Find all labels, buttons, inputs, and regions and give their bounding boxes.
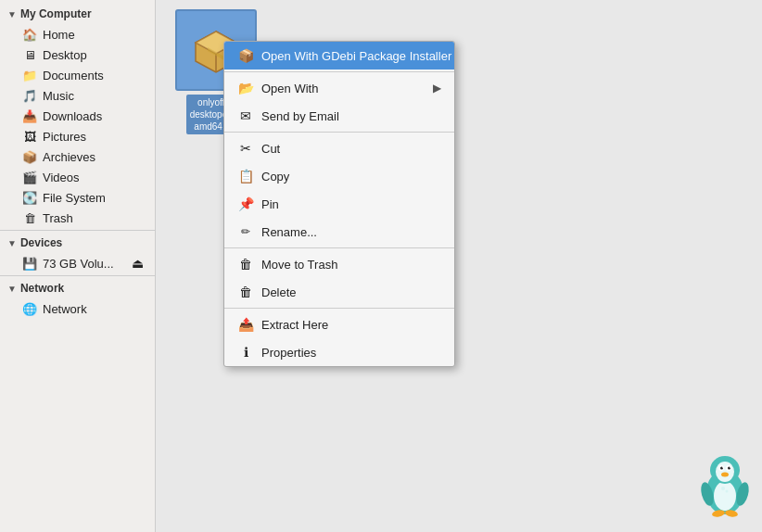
penguin-mascot: [697, 453, 753, 518]
penguin-svg: [697, 453, 753, 518]
ctx-extract-here-label: Extract Here: [261, 318, 328, 332]
mycomputer-label: My Computer: [20, 7, 92, 20]
sidebar-item-home[interactable]: 🏠 Home: [0, 24, 155, 44]
ctx-item-cut[interactable]: ✂ Cut: [224, 134, 454, 162]
sidebar-section-devices[interactable]: ▼ Devices: [0, 233, 155, 253]
svg-point-13: [722, 466, 723, 467]
ctx-item-send-email[interactable]: ✉ Send by Email: [224, 102, 454, 130]
svg-point-20: [721, 487, 725, 490]
sidebar-item-documents[interactable]: 📁 Documents: [0, 65, 155, 85]
ctx-item-open-gdebi[interactable]: 📦 Open With GDebi Package Installer: [224, 42, 454, 70]
sidebar-divider-1: [0, 230, 155, 231]
sidebar-item-desktop-label: Desktop: [43, 48, 87, 62]
pin-icon: 📌: [237, 196, 254, 212]
sidebar-item-pictures[interactable]: 🖼 Pictures: [0, 126, 155, 146]
documents-icon: 📁: [22, 68, 37, 82]
network-section-label: Network: [20, 282, 64, 295]
sidebar-item-downloads[interactable]: 📥 Downloads: [0, 106, 155, 126]
ctx-send-email-label: Send by Email: [261, 109, 339, 123]
svg-point-21: [726, 490, 729, 493]
sidebar-item-music[interactable]: 🎵 Music: [0, 85, 155, 106]
trash-icon: 🗑: [22, 210, 37, 225]
rename-icon: ✏: [237, 223, 254, 240]
ctx-separator-1: [224, 71, 454, 72]
sidebar: ▼ My Computer 🏠 Home 🖥 Desktop 📁 Documen…: [0, 0, 156, 532]
extract-here-icon: 📤: [237, 316, 254, 333]
sidebar-item-downloads-label: Downloads: [43, 109, 102, 123]
ctx-rename-label: Rename...: [261, 225, 317, 239]
sidebar-item-pictures-label: Pictures: [43, 130, 86, 144]
ctx-move-trash-label: Move to Trash: [261, 258, 337, 272]
ctx-item-rename[interactable]: ✏ Rename...: [224, 218, 454, 246]
devices-arrow: ▼: [7, 238, 17, 248]
ctx-separator-4: [224, 308, 454, 309]
volume-icon: 💾: [22, 256, 37, 271]
ctx-item-extract-here[interactable]: 📤 Extract Here: [224, 310, 454, 338]
properties-icon: ℹ: [237, 344, 254, 361]
ctx-item-copy[interactable]: 📋 Copy: [224, 162, 454, 190]
pictures-icon: 🖼: [22, 129, 37, 144]
ctx-item-properties[interactable]: ℹ Properties: [224, 338, 454, 366]
downloads-icon: 📥: [22, 108, 37, 123]
ctx-delete-label: Delete: [261, 285, 297, 299]
ctx-separator-2: [224, 132, 454, 133]
sidebar-item-archieves[interactable]: 📦 Archieves: [0, 146, 155, 167]
network-icon: 🌐: [22, 301, 37, 316]
sidebar-section-network[interactable]: ▼ Network: [0, 278, 155, 298]
svg-point-6: [714, 481, 736, 511]
open-with-arrow-icon: ▶: [433, 82, 441, 95]
ctx-item-delete[interactable]: 🗑 Delete: [224, 278, 454, 306]
open-with-icon: 📂: [237, 80, 254, 96]
filesystem-icon: 💽: [22, 190, 37, 205]
eject-icon[interactable]: ⏏: [132, 256, 144, 271]
music-icon: 🎵: [22, 88, 37, 103]
sidebar-item-volume[interactable]: 💾 73 GB Volu... ⏏: [0, 253, 155, 273]
open-gdebi-icon: 📦: [237, 47, 254, 64]
ctx-item-move-trash[interactable]: 🗑 Move to Trash: [224, 250, 454, 278]
delete-icon: 🗑: [237, 284, 254, 300]
sidebar-item-archieves-label: Archieves: [43, 150, 95, 164]
svg-point-14: [730, 466, 730, 467]
network-arrow: ▼: [7, 284, 17, 294]
ctx-cut-label: Cut: [261, 142, 280, 156]
sidebar-item-desktop[interactable]: 🖥 Desktop: [0, 44, 155, 65]
main-area: onlyoffi...desktopedi...amd64.d... 📦 Ope…: [156, 0, 762, 532]
sidebar-item-network[interactable]: 🌐 Network: [0, 298, 155, 319]
archieves-icon: 📦: [22, 149, 37, 164]
ctx-copy-label: Copy: [261, 170, 289, 184]
ctx-item-open-with[interactable]: 📂 Open With ▶: [224, 74, 454, 102]
devices-label: Devices: [20, 236, 62, 249]
context-menu: 📦 Open With GDebi Package Installer 📂 Op…: [223, 41, 455, 367]
sidebar-item-videos[interactable]: 🎬 Videos: [0, 167, 155, 187]
sidebar-item-trash-label: Trash: [43, 211, 73, 225]
move-trash-icon: 🗑: [237, 256, 254, 272]
sidebar-item-documents-label: Documents: [43, 69, 104, 82]
ctx-pin-label: Pin: [261, 197, 279, 211]
home-icon: 🏠: [22, 27, 37, 42]
sidebar-item-volume-label: 73 GB Volu...: [43, 257, 114, 271]
sidebar-item-filesystem-label: File System: [43, 191, 106, 205]
ctx-item-pin[interactable]: 📌 Pin: [224, 190, 454, 218]
sidebar-section-mycomputer[interactable]: ▼ My Computer: [0, 4, 155, 24]
desktop-icon: 🖥: [22, 47, 37, 62]
svg-point-8: [716, 462, 734, 482]
cut-icon: ✂: [237, 140, 254, 157]
sidebar-item-trash[interactable]: 🗑 Trash: [0, 208, 155, 228]
sidebar-item-home-label: Home: [43, 28, 75, 42]
mycomputer-arrow: ▼: [7, 9, 17, 19]
sidebar-item-videos-label: Videos: [43, 171, 80, 184]
sidebar-item-music-label: Music: [43, 89, 74, 103]
ctx-separator-3: [224, 247, 454, 248]
videos-icon: 🎬: [22, 170, 37, 184]
sidebar-item-network-label: Network: [43, 302, 87, 316]
sidebar-divider-2: [0, 275, 155, 276]
ctx-open-with-label: Open With: [261, 82, 318, 95]
ctx-open-gdebi-label: Open With GDebi Package Installer: [261, 49, 451, 63]
sidebar-item-filesystem[interactable]: 💽 File System: [0, 187, 155, 208]
svg-point-15: [721, 473, 729, 477]
copy-icon: 📋: [237, 168, 254, 184]
ctx-properties-label: Properties: [261, 346, 316, 360]
send-email-icon: ✉: [237, 108, 254, 124]
